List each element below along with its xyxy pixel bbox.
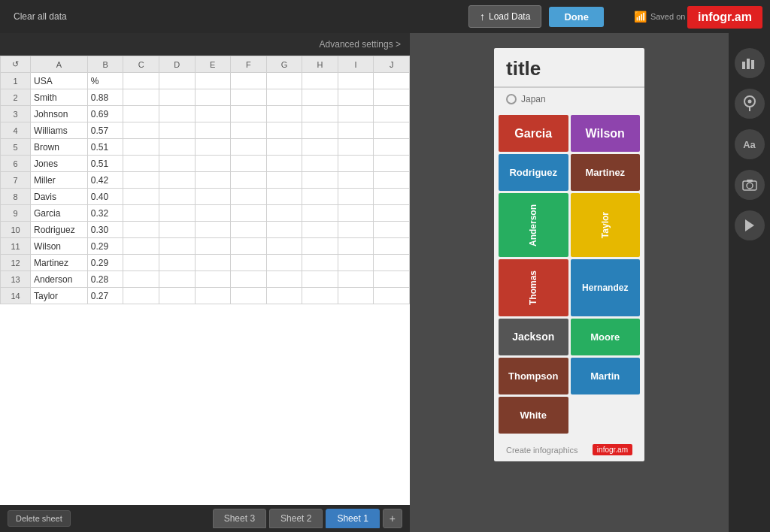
cell-h[interactable] [302, 238, 338, 255]
cell-c[interactable] [123, 122, 159, 139]
cell-e[interactable] [195, 205, 231, 222]
table-row[interactable]: 7 Miller 0.42 [1, 172, 410, 189]
done-button[interactable]: Done [549, 7, 604, 27]
cell-g[interactable] [266, 222, 302, 238]
cell-g[interactable] [266, 139, 302, 156]
cell-b[interactable]: 0.51 [87, 139, 123, 156]
cell-j[interactable] [374, 288, 410, 304]
cell-d[interactable] [159, 238, 195, 255]
cell-f[interactable] [231, 156, 267, 172]
cell-e[interactable] [195, 255, 231, 271]
cell-b[interactable]: 0.29 [87, 238, 123, 255]
cell-a[interactable]: Davis [31, 189, 88, 205]
cell-f[interactable] [231, 238, 267, 255]
cell-h[interactable] [302, 156, 338, 172]
cell-j[interactable] [374, 189, 410, 205]
load-data-button[interactable]: Load Data [468, 5, 541, 28]
cell-f[interactable] [231, 288, 267, 304]
table-row[interactable]: 10 Rodriguez 0.30 [1, 222, 410, 238]
cell-c[interactable] [123, 89, 159, 106]
cell-i[interactable] [338, 205, 374, 222]
cell-a[interactable]: Williams [31, 122, 88, 139]
cell-f[interactable] [231, 222, 267, 238]
cell-a[interactable]: Brown [31, 139, 88, 156]
cell-i[interactable] [338, 89, 374, 106]
cell-d[interactable] [159, 189, 195, 205]
undo-cell[interactable]: ↺ [1, 56, 31, 73]
clear-all-button[interactable]: Clear all data [8, 8, 73, 25]
cell-e[interactable] [195, 288, 231, 304]
cell-g[interactable] [266, 288, 302, 304]
cell-i[interactable] [338, 288, 374, 304]
cell-i[interactable] [338, 222, 374, 238]
cell-j[interactable] [374, 73, 410, 89]
cell-d[interactable] [159, 255, 195, 271]
cell-d[interactable] [159, 222, 195, 238]
cell-d[interactable] [159, 139, 195, 156]
cell-e[interactable] [195, 156, 231, 172]
cell-j[interactable] [374, 122, 410, 139]
cell-c[interactable] [123, 189, 159, 205]
advanced-settings-bar[interactable]: Advanced settings > [0, 33, 410, 56]
cell-e[interactable] [195, 172, 231, 189]
location-icon-button[interactable] [735, 89, 765, 119]
cell-j[interactable] [374, 255, 410, 271]
cell-h[interactable] [302, 189, 338, 205]
cell-f[interactable] [231, 122, 267, 139]
table-row[interactable]: 13 Anderson 0.28 [1, 271, 410, 288]
cell-g[interactable] [266, 238, 302, 255]
add-sheet-button[interactable]: + [383, 509, 402, 528]
table-row[interactable]: 9 Garcia 0.32 [1, 205, 410, 222]
cell-e[interactable] [195, 189, 231, 205]
cell-i[interactable] [338, 139, 374, 156]
cell-a[interactable]: Jones [31, 156, 88, 172]
cell-g[interactable] [266, 205, 302, 222]
cell-g[interactable] [266, 255, 302, 271]
cell-e[interactable] [195, 73, 231, 89]
cell-c[interactable] [123, 172, 159, 189]
cell-c[interactable] [123, 222, 159, 238]
cell-j[interactable] [374, 106, 410, 122]
cell-c[interactable] [123, 288, 159, 304]
cell-c[interactable] [123, 73, 159, 89]
cell-a[interactable]: Wilson [31, 238, 88, 255]
table-row[interactable]: 1 USA % [1, 73, 410, 89]
table-row[interactable]: 8 Davis 0.40 [1, 189, 410, 205]
table-row[interactable]: 6 Jones 0.51 [1, 156, 410, 172]
cell-e[interactable] [195, 89, 231, 106]
cell-a[interactable]: Johnson [31, 106, 88, 122]
cell-c[interactable] [123, 255, 159, 271]
cell-j[interactable] [374, 205, 410, 222]
cell-h[interactable] [302, 139, 338, 156]
cell-g[interactable] [266, 172, 302, 189]
cell-a[interactable]: USA [31, 73, 88, 89]
sheet-tab-1[interactable]: Sheet 1 [326, 509, 379, 528]
cell-b[interactable]: 0.42 [87, 172, 123, 189]
cell-c[interactable] [123, 139, 159, 156]
cell-a[interactable]: Smith [31, 89, 88, 106]
cell-b[interactable]: 0.88 [87, 89, 123, 106]
cell-f[interactable] [231, 73, 267, 89]
cell-b[interactable]: 0.57 [87, 122, 123, 139]
cell-d[interactable] [159, 288, 195, 304]
cell-h[interactable] [302, 271, 338, 288]
table-row[interactable]: 14 Taylor 0.27 [1, 288, 410, 304]
cell-h[interactable] [302, 222, 338, 238]
cell-h[interactable] [302, 288, 338, 304]
cell-f[interactable] [231, 106, 267, 122]
cell-f[interactable] [231, 271, 267, 288]
cell-h[interactable] [302, 106, 338, 122]
cell-e[interactable] [195, 139, 231, 156]
cell-e[interactable] [195, 106, 231, 122]
cell-i[interactable] [338, 172, 374, 189]
cell-a[interactable]: Taylor [31, 288, 88, 304]
cell-c[interactable] [123, 106, 159, 122]
cell-i[interactable] [338, 156, 374, 172]
play-icon-button[interactable] [735, 210, 765, 240]
cell-c[interactable] [123, 156, 159, 172]
cell-e[interactable] [195, 122, 231, 139]
cell-j[interactable] [374, 238, 410, 255]
cell-b[interactable]: 0.28 [87, 271, 123, 288]
cell-e[interactable] [195, 271, 231, 288]
cell-b[interactable]: 0.51 [87, 156, 123, 172]
